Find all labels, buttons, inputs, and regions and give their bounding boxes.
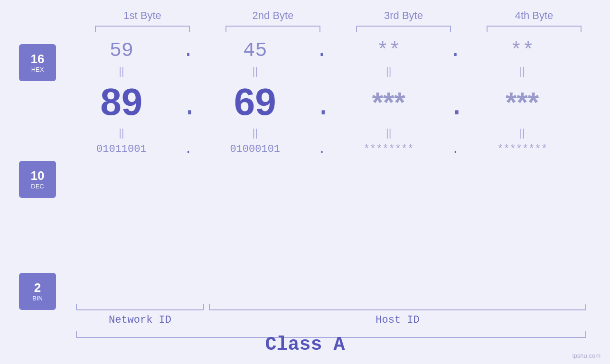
byte2-header: 2nd Byte	[216, 9, 330, 22]
dot-dec-1: .	[181, 81, 196, 123]
byte1-header: 1st Byte	[85, 9, 199, 22]
hex-label: HEX	[31, 66, 44, 73]
dec-b4: ***	[470, 86, 574, 119]
dot-bin-3: .	[448, 142, 462, 157]
bracket-byte1	[95, 26, 190, 32]
eq3: ||	[337, 65, 441, 77]
bottom-section: Network ID Host ID	[76, 304, 596, 326]
bin-b2: 01000101	[203, 143, 307, 155]
top-brackets	[77, 26, 600, 32]
hex-number: 16	[31, 52, 45, 66]
dec-badge: 10 DEC	[19, 161, 56, 198]
byte3-header: 3rd Byte	[347, 9, 460, 22]
equals-row-2: || || || ||	[66, 127, 578, 139]
eq1: ||	[69, 65, 174, 77]
bracket-byte3	[356, 26, 451, 32]
dot-hex-1: .	[181, 39, 196, 62]
bottom-labels: Network ID Host ID	[76, 314, 586, 326]
hex-b2: 45	[203, 39, 307, 62]
hex-badge: 16 HEX	[19, 44, 56, 81]
dec-b1: 89	[69, 80, 174, 124]
bin-b4: ********	[470, 143, 574, 155]
bracket-byte2	[225, 26, 320, 32]
bin-b3: ********	[337, 143, 441, 155]
rows-container: 59 . 45 . ** . ** || || || || 89	[66, 39, 596, 157]
base-labels: 16 HEX 10 DEC 2 BIN	[19, 44, 56, 310]
hex-b1: 59	[69, 39, 174, 62]
dec-number: 10	[31, 169, 45, 183]
hex-b4: **	[470, 39, 574, 62]
dec-b2: 69	[203, 80, 307, 124]
dot-bin-1: .	[181, 142, 196, 157]
byte-headers: 1st Byte 2nd Byte 3rd Byte 4th Byte	[77, 9, 600, 22]
bracket-byte4	[487, 26, 582, 32]
bin-number: 2	[34, 281, 41, 295]
bin-label: BIN	[32, 295, 43, 302]
eq4: ||	[470, 65, 574, 77]
eq8: ||	[470, 127, 574, 139]
bin-row: 01011001 . 01000101 . ******** . *******…	[66, 142, 578, 157]
hex-row: 59 . 45 . ** . **	[66, 39, 578, 62]
class-label: Class A	[0, 334, 610, 355]
watermark: ipshu.com	[572, 352, 601, 359]
bottom-brackets	[76, 304, 586, 310]
dec-row: 89 . 69 . *** . ***	[66, 80, 578, 124]
content-area: 16 HEX 10 DEC 2 BIN 59 . 45 . **	[0, 39, 610, 310]
dot-dec-2: .	[315, 81, 329, 123]
equals-row-1: || || || ||	[66, 65, 578, 77]
hex-b3: **	[337, 39, 441, 62]
eq5: ||	[69, 127, 174, 139]
eq6: ||	[203, 127, 307, 139]
byte4-header: 4th Byte	[477, 9, 591, 22]
dot-dec-3: .	[448, 81, 462, 123]
network-bracket	[76, 304, 204, 310]
eq7: ||	[337, 127, 441, 139]
bin-badge: 2 BIN	[19, 273, 56, 310]
dec-b3: ***	[337, 86, 441, 119]
dec-label: DEC	[31, 183, 44, 190]
dot-bin-2: .	[315, 142, 329, 157]
main-container: 1st Byte 2nd Byte 3rd Byte 4th Byte 16 H…	[0, 0, 610, 364]
network-id-label: Network ID	[76, 314, 204, 326]
host-bracket	[209, 304, 586, 310]
eq2: ||	[203, 65, 307, 77]
bin-b1: 01011001	[69, 143, 174, 155]
dot-hex-2: .	[315, 39, 329, 62]
host-id-label: Host ID	[209, 314, 586, 326]
dot-hex-3: .	[448, 39, 462, 62]
